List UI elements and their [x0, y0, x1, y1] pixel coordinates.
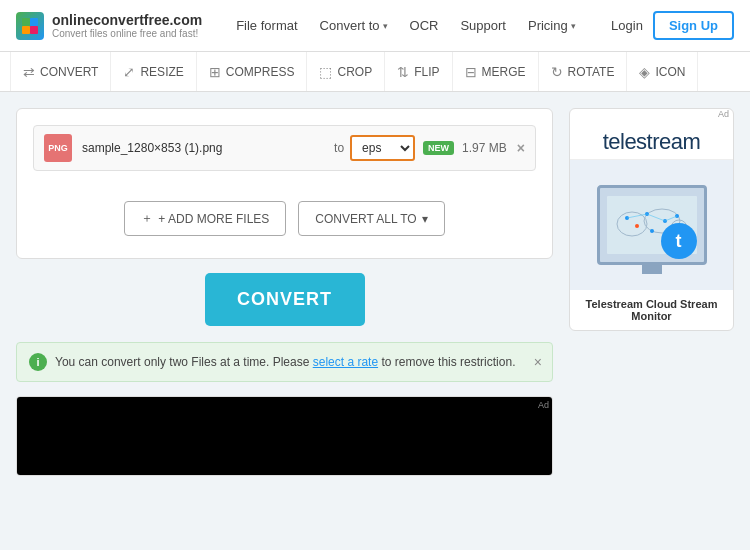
resize-icon: ⤢: [123, 64, 135, 80]
nav-convert-to[interactable]: Convert to ▾: [310, 12, 398, 39]
convert-all-button[interactable]: CONVERT ALL TO ▾: [298, 201, 444, 236]
svg-rect-2: [22, 26, 30, 34]
chevron-down-icon: ▾: [571, 21, 576, 31]
nav-support[interactable]: Support: [450, 12, 516, 39]
add-more-files-button[interactable]: ＋ + ADD MORE FILES: [124, 201, 286, 236]
logo-text: onlineconvertfree.com Convert files onli…: [52, 12, 202, 40]
svg-rect-0: [22, 18, 30, 26]
sidebar-ad-image: t: [570, 160, 733, 290]
converter-box: PNG sample_1280×853 (1).png to eps jpg p…: [16, 108, 553, 259]
sidebar: Ad telestream: [569, 108, 734, 476]
merge-icon: ⊟: [465, 64, 477, 80]
telestream-t-icon: t: [661, 223, 697, 259]
toolbar-resize[interactable]: ⤢ RESIZE: [111, 52, 196, 91]
file-actions: ＋ + ADD MORE FILES CONVERT ALL TO ▾: [33, 185, 536, 242]
remove-file-button[interactable]: ×: [517, 140, 525, 156]
close-info-button[interactable]: ×: [534, 354, 542, 370]
svg-rect-1: [30, 18, 38, 26]
toolbar-flip[interactable]: ⇅ FLIP: [385, 52, 452, 91]
info-message: You can convert only two Files at a time…: [55, 355, 515, 369]
signup-button[interactable]: Sign Up: [653, 11, 734, 40]
convert-icon: ⇄: [23, 64, 35, 80]
toolbar-compress[interactable]: ⊞ COMPRESS: [197, 52, 308, 91]
ad-label: Ad: [570, 109, 733, 121]
main-content: PNG sample_1280×853 (1).png to eps jpg p…: [0, 92, 750, 492]
toolbar-merge[interactable]: ⊟ MERGE: [453, 52, 539, 91]
toolbar-convert[interactable]: ⇄ CONVERT: [10, 52, 111, 91]
flip-icon: ⇅: [397, 64, 409, 80]
compress-icon: ⊞: [209, 64, 221, 80]
info-icon: i: [29, 353, 47, 371]
chevron-down-icon: ▾: [422, 212, 428, 226]
plus-icon: ＋: [141, 210, 153, 227]
file-row: PNG sample_1280×853 (1).png to eps jpg p…: [33, 125, 536, 171]
toolbar: ⇄ CONVERT ⤢ RESIZE ⊞ COMPRESS ⬚ CROP ⇅ F…: [0, 52, 750, 92]
sidebar-ad-top: telestream: [570, 121, 733, 160]
bottom-ad: Ad: [16, 396, 553, 476]
format-select[interactable]: eps jpg png pdf svg webp gif bmp tiff: [350, 135, 415, 161]
file-type-icon: PNG: [44, 134, 72, 162]
crop-icon: ⬚: [319, 64, 332, 80]
ad-label: Ad: [538, 400, 549, 410]
rotate-icon: ↻: [551, 64, 563, 80]
select-rate-link[interactable]: select a rate: [313, 355, 378, 369]
main-nav: File format Convert to ▾ OCR Support Pri…: [226, 12, 611, 39]
to-label: to: [334, 141, 344, 155]
login-button[interactable]: Login: [611, 18, 643, 33]
toolbar-icon[interactable]: ◈ ICON: [627, 52, 698, 91]
file-name: sample_1280×853 (1).png: [82, 141, 334, 155]
info-bar: i You can convert only two Files at a ti…: [16, 342, 553, 382]
ad-content: [17, 397, 552, 475]
nav-ocr[interactable]: OCR: [400, 12, 449, 39]
logo-icon: [16, 12, 44, 40]
icon-icon: ◈: [639, 64, 650, 80]
sidebar-ad-description: Telestream Cloud Stream Monitor: [570, 290, 733, 330]
converter-area: PNG sample_1280×853 (1).png to eps jpg p…: [16, 108, 553, 476]
nav-file-format[interactable]: File format: [226, 12, 307, 39]
convert-button[interactable]: CONVERT: [205, 273, 365, 326]
toolbar-crop[interactable]: ⬚ CROP: [307, 52, 385, 91]
chevron-down-icon: ▾: [383, 21, 388, 31]
header-actions: Login Sign Up: [611, 11, 734, 40]
new-badge: NEW: [423, 141, 454, 155]
svg-point-13: [635, 224, 639, 228]
telestream-logo: telestream: [580, 129, 723, 155]
svg-rect-3: [30, 26, 38, 34]
header: onlineconvertfree.com Convert files onli…: [0, 0, 750, 52]
nav-pricing[interactable]: Pricing ▾: [518, 12, 586, 39]
monitor-stand: [642, 264, 662, 274]
sidebar-ad: Ad telestream: [569, 108, 734, 331]
file-size: 1.97 MB: [462, 141, 507, 155]
logo[interactable]: onlineconvertfree.com Convert files onli…: [16, 12, 202, 40]
svg-point-12: [650, 229, 654, 233]
toolbar-rotate[interactable]: ↻ ROTATE: [539, 52, 628, 91]
